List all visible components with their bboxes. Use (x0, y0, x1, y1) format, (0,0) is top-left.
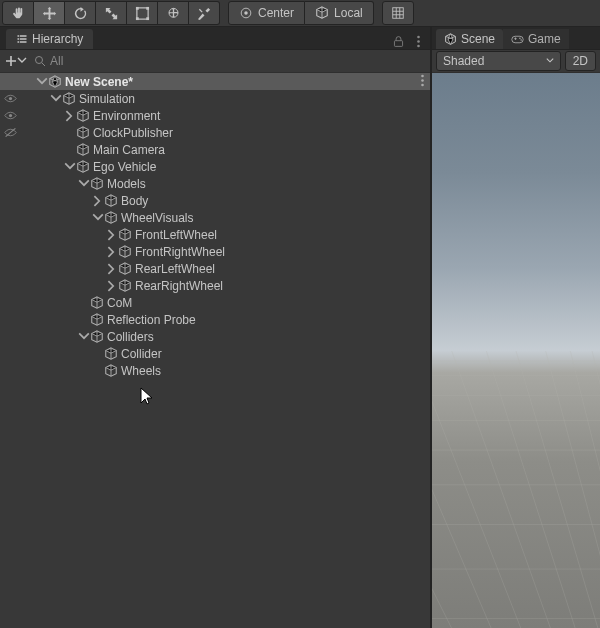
foldout-toggle[interactable] (64, 161, 76, 173)
gameobject-row[interactable]: WheelVisuals (0, 209, 430, 226)
gameobject-row[interactable]: RearLeftWheel (0, 260, 430, 277)
gameobject-icon (104, 211, 118, 225)
foldout-toggle[interactable] (106, 246, 118, 258)
transform-tool-button[interactable] (158, 1, 189, 25)
foldout-toggle[interactable] (64, 110, 76, 122)
toggle-2d-button[interactable]: 2D (565, 51, 596, 71)
rect-tool-button[interactable] (127, 1, 158, 25)
scene-menu-button[interactable] (421, 74, 424, 90)
row-label: Reflection Probe (107, 313, 196, 327)
gameobject-row[interactable]: FrontRightWheel (0, 243, 430, 260)
tab-scene[interactable]: Scene (436, 29, 503, 49)
gameobject-icon (76, 126, 90, 140)
svg-line-25 (546, 351, 600, 629)
gameobject-row[interactable]: Body (0, 192, 430, 209)
chevron-down-icon (546, 57, 554, 65)
hierarchy-tree[interactable]: New Scene*SimulationEnvironmentClockPubl… (0, 73, 430, 628)
gameobject-row[interactable]: ClockPublisher (0, 124, 430, 141)
foldout-toggle[interactable] (78, 178, 90, 190)
panel-menu-button[interactable] (410, 33, 426, 49)
visibility-toggle[interactable] (0, 90, 20, 107)
hierarchy-search-row: All (0, 50, 430, 73)
hierarchy-tab-label: Hierarchy (32, 32, 83, 46)
visibility-toggle-off[interactable] (0, 124, 20, 141)
grid-snap-button[interactable] (382, 1, 414, 25)
move-tool-button[interactable] (34, 1, 65, 25)
gameobject-row[interactable]: Models (0, 175, 430, 192)
create-button[interactable] (4, 52, 28, 70)
gameobject-icon (76, 109, 90, 123)
gameobject-row[interactable]: CoM (0, 294, 430, 311)
gameobject-icon (118, 262, 132, 276)
rotate-tool-button[interactable] (65, 1, 96, 25)
shading-mode-select[interactable]: Shaded (436, 51, 561, 71)
foldout-toggle[interactable] (50, 93, 62, 105)
scene-row[interactable]: New Scene* (0, 73, 430, 90)
scene-viewport[interactable] (432, 73, 600, 628)
row-label: Colliders (107, 330, 154, 344)
gameobject-row[interactable]: FrontLeftWheel (0, 226, 430, 243)
tab-game[interactable]: Game (503, 29, 569, 49)
gameobject-icon (90, 313, 104, 327)
foldout-toggle[interactable] (92, 195, 104, 207)
row-label: Models (107, 177, 146, 191)
tab-scene-label: Scene (461, 32, 495, 46)
custom-tools-button[interactable] (189, 1, 220, 25)
hierarchy-panel: Hierarchy All (0, 27, 432, 628)
scene-tabbar: Scene Game (432, 27, 600, 50)
gameobject-row[interactable]: Wheels (0, 362, 430, 379)
gameobject-icon (118, 228, 132, 242)
row-label: WheelVisuals (121, 211, 193, 225)
foldout-toggle[interactable] (106, 280, 118, 292)
svg-line-20 (432, 351, 491, 629)
foldout-toggle[interactable] (106, 263, 118, 275)
scene-icon (444, 33, 457, 46)
gameobject-icon (90, 177, 104, 191)
foldout-toggle[interactable] (92, 212, 104, 224)
row-label: RearLeftWheel (135, 262, 215, 276)
visibility-toggle[interactable] (0, 107, 20, 124)
hierarchy-tab[interactable]: Hierarchy (6, 29, 93, 49)
cursor-icon (140, 387, 154, 408)
gameobject-icon (104, 347, 118, 361)
svg-line-21 (432, 351, 521, 629)
gameobject-icon (118, 245, 132, 259)
tab-game-label: Game (528, 32, 561, 46)
row-label: Environment (93, 109, 160, 123)
hierarchy-icon (16, 33, 28, 45)
gameobject-row[interactable]: Ego Vehicle (0, 158, 430, 175)
gameobject-row[interactable]: Colliders (0, 328, 430, 345)
visibility-gutter (0, 73, 20, 141)
gameobject-row[interactable]: Main Camera (0, 141, 430, 158)
foldout-toggle[interactable] (36, 76, 48, 88)
rotation-mode-button[interactable]: Local (305, 1, 374, 25)
foldout-toggle[interactable] (78, 331, 90, 343)
pivot-mode-label: Center (258, 6, 294, 20)
gameobject-row[interactable]: Collider (0, 345, 430, 362)
panel-lock-button[interactable] (390, 33, 406, 49)
main-toolbar: Center Local (0, 0, 600, 27)
row-label: Ego Vehicle (93, 160, 156, 174)
rotation-mode-label: Local (334, 6, 363, 20)
svg-line-26 (570, 351, 600, 629)
gameobject-row[interactable]: Environment (0, 107, 430, 124)
hierarchy-search-input[interactable]: All (34, 54, 426, 68)
gameobject-icon (90, 330, 104, 344)
gameobject-row[interactable]: Reflection Probe (0, 311, 430, 328)
gameobject-icon (104, 194, 118, 208)
row-label: CoM (107, 296, 132, 310)
gameobject-row[interactable]: RearRightWheel (0, 277, 430, 294)
pivot-mode-button[interactable]: Center (228, 1, 305, 25)
gameobject-icon (90, 296, 104, 310)
scale-tool-button[interactable] (96, 1, 127, 25)
foldout-toggle[interactable] (106, 229, 118, 241)
hierarchy-tabbar: Hierarchy (0, 27, 430, 50)
ground-grid (432, 351, 600, 629)
row-label: Wheels (121, 364, 161, 378)
gameobject-row[interactable]: Simulation (0, 90, 430, 107)
gameobject-icon (76, 143, 90, 157)
hand-tool-button[interactable] (2, 1, 34, 25)
search-icon (34, 55, 46, 67)
gameobject-icon (76, 160, 90, 174)
search-placeholder: All (50, 54, 63, 68)
